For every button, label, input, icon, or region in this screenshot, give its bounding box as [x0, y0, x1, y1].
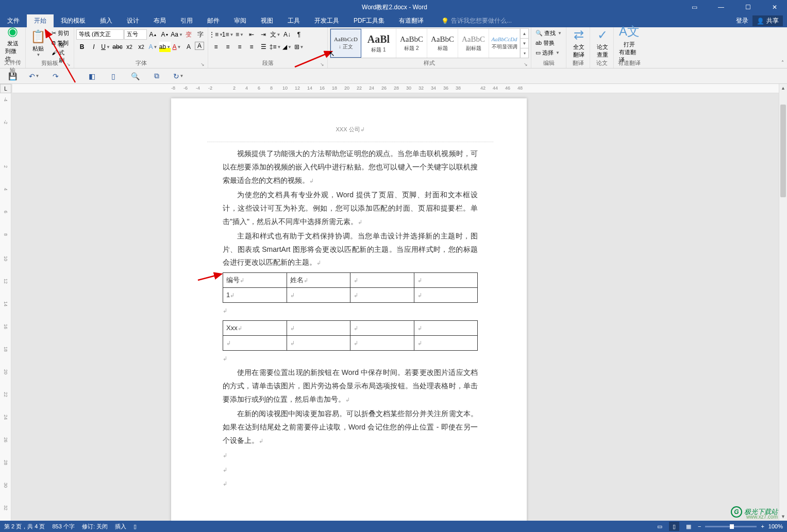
styles-launcher-icon[interactable]: ↘ [524, 62, 528, 67]
document-page[interactable]: XXX 公司↲ 视频提供了功能强大的方法帮助您证明您的观点。当您单击联机视频时，… [171, 98, 527, 521]
justify-button[interactable]: ≡ [246, 42, 257, 52]
insert-mode[interactable]: 插入 [115, 523, 126, 530]
redo-button[interactable]: ↷ [49, 70, 62, 82]
bold-button[interactable]: B [76, 42, 88, 52]
tab-home[interactable]: 开始 [27, 14, 54, 27]
tab-design[interactable]: 设计 [120, 14, 146, 27]
replace-button[interactable]: ab 替换 [533, 38, 564, 47]
table-cell[interactable]: ↲ [414, 321, 478, 336]
subscript-button[interactable]: x2 [124, 42, 135, 52]
login-link[interactable]: 登录 [736, 16, 748, 25]
paragraph-5[interactable]: 在新的阅读视图中阅读更加容易。可以折叠文档某些部分并关注所需文本。如果在达到结尾… [223, 407, 478, 448]
align-right-button[interactable]: ≡ [234, 42, 245, 52]
sort-button[interactable]: A↓ [281, 29, 293, 40]
gallery-more-button[interactable]: ▾ [521, 48, 528, 58]
text-effects-button[interactable]: A▼ [147, 42, 159, 52]
web-layout-button[interactable]: ▦ [683, 522, 694, 531]
ruler-corner[interactable]: L [0, 84, 11, 93]
paste-button[interactable]: 📋 粘贴 ▼ [28, 28, 48, 58]
align-left-button[interactable]: ≡ [210, 42, 222, 52]
qat-btn-1[interactable]: ◧ [86, 70, 98, 82]
table-cell[interactable]: ↲ [414, 288, 478, 303]
paragraph-2[interactable]: 为使您的文档具有专业外观，Word 提供了页眉、页脚、封面和文本框设计，这些设计… [223, 188, 478, 229]
table-row[interactable]: 编号↲ 姓名↲ ↲ ↲ [223, 273, 478, 288]
read-mode-button[interactable]: ▭ [655, 522, 665, 531]
tab-references[interactable]: 引用 [173, 14, 200, 27]
tab-developer[interactable]: 开发工具 [307, 14, 346, 27]
format-painter-button[interactable]: 🖌 格式刷 [49, 48, 72, 57]
table-cell[interactable]: 1↲ [223, 288, 287, 303]
undo-button[interactable]: ↶▼ [28, 70, 40, 82]
empty-paragraph-2[interactable]: ↲ [223, 352, 478, 365]
table-2[interactable]: Xxx↲ ↲ ↲ ↲ ↲ ↲ ↲ ↲ [223, 320, 478, 351]
borders-button[interactable]: ⊞▼ [293, 42, 305, 52]
change-case-button[interactable]: Aa▼ [171, 29, 182, 40]
print-layout-button[interactable]: ▯ [669, 522, 679, 531]
macro-record-icon[interactable]: ▯ [133, 523, 137, 530]
bullets-button[interactable]: ⋮≡▼ [210, 29, 222, 40]
horizontal-ruler[interactable]: -8-6-4-224681012141618202224262830323436… [12, 84, 787, 93]
increase-indent-button[interactable]: ⇥ [258, 29, 269, 40]
table-cell[interactable]: ↲ [287, 336, 350, 351]
scroll-down-button[interactable]: ▼ [779, 512, 787, 521]
select-button[interactable]: ▭ 选择▼ [533, 48, 564, 57]
gallery-up-button[interactable]: ▲ [521, 29, 528, 39]
qat-btn-4[interactable]: ⧉ [150, 70, 163, 82]
track-changes-status[interactable]: 修订: 关闭 [82, 523, 108, 530]
show-marks-button[interactable]: ¶ [293, 29, 305, 40]
tab-youdao[interactable]: 有道翻译 [392, 14, 431, 27]
tab-tools[interactable]: 工具 [280, 14, 307, 27]
plagiarism-check-button[interactable]: ✓ 论文 查重 [592, 28, 613, 58]
clipboard-launcher-icon[interactable]: ↘ [66, 62, 71, 67]
scroll-up-button[interactable]: ▲ [779, 84, 787, 92]
font-launcher-icon[interactable]: ↘ [200, 62, 205, 67]
vertical-ruler[interactable]: -4-22468101214161820222426283032 [0, 93, 11, 521]
empty-paragraph[interactable]: ↲ [223, 304, 478, 317]
table-cell[interactable]: ↲ [287, 321, 350, 336]
table-cell[interactable]: ↲ [350, 273, 414, 288]
zoom-out-button[interactable]: − [698, 523, 701, 529]
paragraph-launcher-icon[interactable]: ↘ [320, 62, 324, 67]
style-heading1[interactable]: AaBl 标题 1 [361, 29, 396, 58]
decrease-indent-button[interactable]: ⇤ [246, 29, 257, 40]
tab-pdf-tools[interactable]: PDF工具集 [346, 14, 392, 27]
paragraph-3[interactable]: 主题和样式也有助于文档保持协调。当您单击设计并选择新的主题时，图片、图表或 Sm… [223, 230, 478, 270]
highlight-button[interactable]: ab▼ [159, 42, 171, 52]
asian-layout-button[interactable]: 文▼ [270, 29, 281, 40]
scroll-thumb[interactable] [780, 105, 786, 197]
full-translate-button[interactable]: ⇄ 全文 翻译 [568, 28, 589, 58]
table-cell[interactable]: ↲ [287, 288, 350, 303]
grow-font-button[interactable]: A▲ [147, 29, 159, 40]
line-spacing-button[interactable]: ‡≡▼ [270, 42, 281, 52]
qat-btn-2[interactable]: ▯ [107, 70, 120, 82]
table-row[interactable]: Xxx↲ ↲ ↲ ↲ [223, 321, 478, 336]
table-cell[interactable]: ↲ [350, 321, 414, 336]
char-shading-button[interactable]: A [183, 42, 194, 52]
table-cell[interactable]: 姓名↲ [287, 273, 350, 288]
qat-btn-5[interactable]: ↻▼ [172, 70, 185, 82]
align-center-button[interactable]: ≡ [222, 42, 233, 52]
style-heading2[interactable]: AaBbC 标题 2 [396, 29, 427, 58]
char-border-button[interactable]: A [195, 42, 204, 50]
table-row[interactable]: ↲ ↲ ↲ ↲ [223, 336, 478, 351]
zoom-slider[interactable] [705, 526, 757, 527]
zoom-thumb[interactable] [730, 524, 734, 529]
table-cell[interactable]: 编号↲ [223, 273, 287, 288]
table-cell[interactable]: ↲ [350, 288, 414, 303]
font-name-select[interactable]: 等线 (西文正 [76, 29, 124, 40]
paragraph-4[interactable]: 使用在需要位置出现的新按钮在 Word 中保存时间。若要更改图片适应文档的方式，… [223, 366, 478, 406]
style-title[interactable]: AaBbC 标题 [427, 29, 458, 58]
shading-button[interactable]: ◢▼ [281, 42, 293, 52]
maximize-button[interactable]: ☐ [738, 0, 758, 14]
enclose-chars-button[interactable]: 字 [195, 29, 206, 40]
table-1[interactable]: 编号↲ 姓名↲ ↲ ↲ 1↲ ↲ ↲ ↲ [223, 272, 478, 303]
empty-para-c[interactable]: ↲ [223, 477, 478, 490]
table-cell[interactable]: Xxx↲ [223, 321, 287, 336]
numbering-button[interactable]: 1≡▼ [222, 29, 233, 40]
table-cell[interactable]: ↲ [350, 336, 414, 351]
minimize-button[interactable]: — [711, 0, 731, 14]
vertical-scrollbar[interactable]: ▲ ▼ [779, 84, 787, 521]
table-cell[interactable]: ↲ [414, 336, 478, 351]
page-header[interactable]: XXX 公司↲ [223, 124, 478, 134]
strikethrough-button[interactable]: abc [112, 42, 123, 52]
